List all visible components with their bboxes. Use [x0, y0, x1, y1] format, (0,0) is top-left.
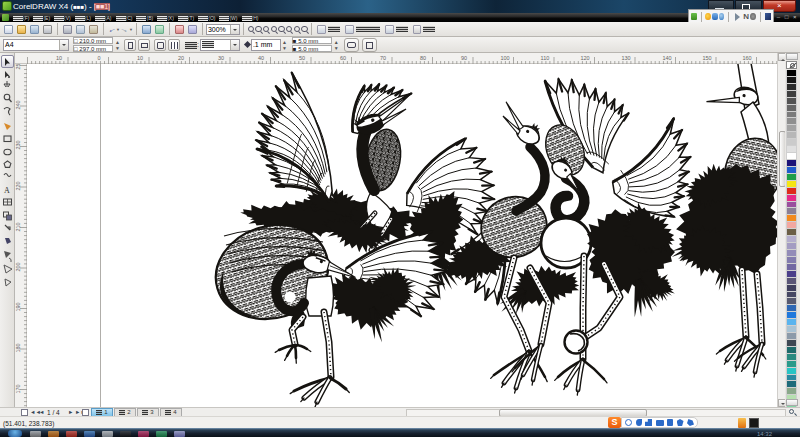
svg-text:40: 40	[258, 55, 264, 61]
svg-text:A: A	[4, 186, 10, 195]
svg-text:20: 20	[178, 55, 184, 61]
svg-text:90: 90	[461, 55, 467, 61]
svg-text:110: 110	[541, 55, 550, 61]
svg-text:180: 180	[15, 343, 21, 352]
svg-text:240: 240	[15, 100, 21, 109]
svg-text:50: 50	[299, 55, 305, 61]
svg-text:10: 10	[56, 55, 62, 61]
svg-text:250: 250	[15, 64, 21, 70]
svg-text:80: 80	[420, 55, 426, 61]
svg-text:140: 140	[662, 55, 671, 61]
svg-text:170: 170	[15, 384, 21, 393]
svg-text:220: 220	[15, 181, 21, 190]
svg-text:160: 160	[742, 55, 751, 61]
svg-text:200: 200	[15, 262, 21, 271]
svg-text:30: 30	[218, 55, 224, 61]
svg-text:100: 100	[500, 55, 509, 61]
svg-text:10: 10	[137, 55, 143, 61]
svg-text:0: 0	[97, 55, 100, 61]
svg-text:210: 210	[15, 222, 21, 231]
svg-text:70: 70	[380, 55, 386, 61]
svg-text:230: 230	[15, 140, 21, 149]
svg-text:60: 60	[340, 55, 346, 61]
svg-text:120: 120	[580, 55, 589, 61]
svg-text:190: 190	[15, 302, 21, 311]
svg-text:130: 130	[621, 55, 630, 61]
svg-text:150: 150	[702, 55, 711, 61]
